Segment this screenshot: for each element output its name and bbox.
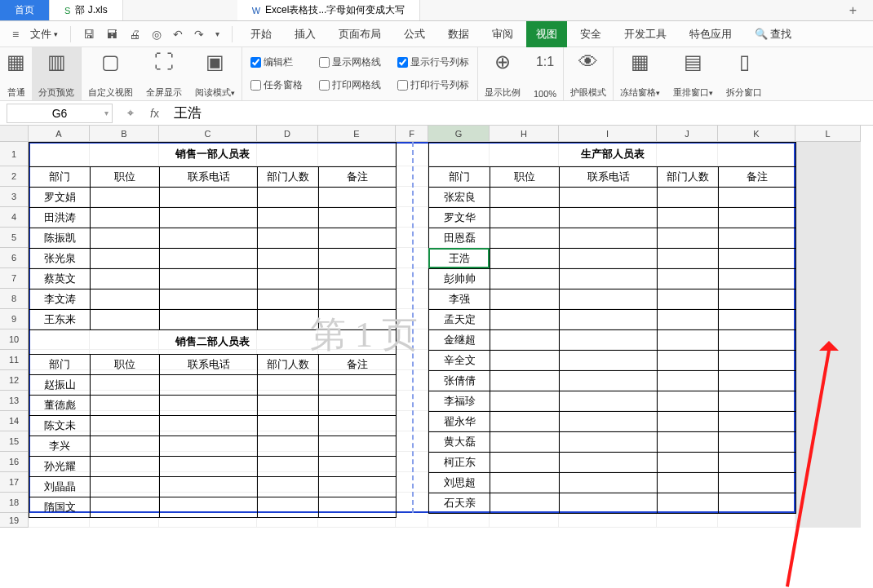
view-full[interactable]: ⛶全屏显示 [140,47,188,100]
spreadsheet: ABCDEFGHIJKL 123456789101112131415161718… [0,126,873,528]
doc-icon: W [252,6,260,15]
col-header-H[interactable]: H [490,126,559,142]
col-header-L[interactable]: L [795,126,861,142]
chk-grid[interactable]: 显示网格线 [319,55,381,69]
menu-secure[interactable]: 安全 [570,21,611,47]
tab-home[interactable]: 首页 [0,0,50,20]
ratio-icon: 1:1 [536,51,554,73]
name-box-value: G6 [52,107,68,120]
grid[interactable]: 销售一部人员表部门职位联系电话部门人数备注罗文娟田洪涛陈振凯张光泉蔡英文李文涛王… [29,142,861,528]
chk-task[interactable]: 任务窗格 [250,78,303,92]
view-eye[interactable]: 👁护眼模式 [564,47,613,100]
menu-view[interactable]: 视图 [526,21,567,47]
row-header-3[interactable]: 3 [0,187,29,207]
row-header-9[interactable]: 9 [0,309,29,329]
view-rearrange[interactable]: ▤重排窗口▾ [667,47,720,100]
ribbon-checks-2: 显示网格线 打印网格线 [311,47,389,100]
menu-start[interactable]: 开始 [241,21,281,47]
tab-add[interactable]: + [833,0,873,20]
col-header-E[interactable]: E [318,126,396,142]
row-header-2[interactable]: 2 [0,166,29,187]
menu-formula[interactable]: 公式 [394,21,435,47]
name-box[interactable]: G6 ▾ [7,104,113,123]
menu-layout[interactable]: 页面布局 [329,21,391,47]
col-header-A[interactable]: A [29,126,90,142]
row-header-15[interactable]: 15 [0,431,29,452]
col-header-K[interactable]: K [718,126,795,142]
row-header-12[interactable]: 12 [0,370,29,391]
menu-file[interactable]: 文件▾ [26,27,62,42]
chk-prowcol[interactable]: 打印行号列标 [397,78,469,92]
pagebreak-icon: ▥ [47,51,66,73]
hamburger-icon[interactable]: ≡ [8,28,23,41]
tab-file-1[interactable]: S 部 J.xls [50,0,123,20]
col-header-G[interactable]: G [428,126,490,142]
menu-data[interactable]: 数据 [438,21,479,47]
column-headers: ABCDEFGHIJKL [29,126,861,142]
menu-review[interactable]: 审阅 [482,21,523,47]
print-preview-icon[interactable]: ◎ [148,28,166,41]
grid-icon: ▦ [7,51,25,73]
chk-formula[interactable]: 编辑栏 [250,55,303,69]
col-header-B[interactable]: B [90,126,159,142]
save-as-icon[interactable]: 🖬 [102,28,122,41]
col-header-D[interactable]: D [257,126,318,142]
fullscreen-icon: ⛶ [154,51,174,73]
ribbon-checks-1: 编辑栏 任务窗格 [242,47,311,100]
select-all-corner[interactable] [0,126,29,142]
chevron-down-icon: ▾ [104,108,109,117]
row-header-8[interactable]: 8 [0,289,29,309]
eye-icon: 👁 [578,51,598,73]
save-icon[interactable]: 🖫 [79,28,99,41]
custom-view-icon: ▢ [101,51,120,73]
col-header-C[interactable]: C [159,126,257,142]
chk-print[interactable]: 打印网格线 [319,78,381,92]
view-normal[interactable]: ▦普通 [0,47,32,100]
read-icon: ▣ [206,51,224,73]
col-header-F[interactable]: F [396,126,428,142]
view-zoom[interactable]: ⊕显示比例 [478,47,527,100]
row-header-19[interactable]: 19 [0,513,29,528]
view-pagebreak[interactable]: ▥分页预览 [32,47,81,100]
menu-dev[interactable]: 开发工具 [614,21,676,47]
row-header-11[interactable]: 11 [0,350,29,370]
col-header-I[interactable]: I [559,126,657,142]
row-header-6[interactable]: 6 [0,248,29,268]
undo-icon[interactable]: ↶ [169,28,187,41]
chk-rowcol[interactable]: 显示行号列标 [397,55,469,69]
row-header-14[interactable]: 14 [0,411,29,431]
view-100[interactable]: 1:1100% [527,47,563,100]
row-header-5[interactable]: 5 [0,228,29,248]
col-header-J[interactable]: J [657,126,718,142]
xls-icon: S [64,6,70,15]
view-custom[interactable]: ▢自定义视图 [82,47,140,100]
view-split[interactable]: ▯拆分窗口 [720,47,769,100]
row-header-13[interactable]: 13 [0,391,29,411]
redo-icon[interactable]: ↷ [190,28,208,41]
split-icon: ▯ [739,51,750,73]
dropdown-icon[interactable]: ▾ [211,29,224,38]
view-ribbon: ▦普通 ▥分页预览 ▢自定义视图 ⛶全屏显示 ▣阅读模式▾ 编辑栏 任务窗格 显… [0,47,873,101]
menu-special[interactable]: 特色应用 [680,21,742,47]
row-headers: 12345678910111213141516171819 [0,142,29,528]
zoom-icon: ⊕ [494,51,511,73]
print-icon[interactable]: 🖨 [125,28,144,41]
row-header-1[interactable]: 1 [0,142,29,166]
tab-file-2[interactable]: W Excel表格技...字母如何变成大写 [237,0,421,20]
menu-insert[interactable]: 插入 [285,21,326,47]
menu-search[interactable]: 🔍查找 [745,21,801,47]
view-freeze[interactable]: ▦冻结窗格▾ [614,47,667,100]
row-header-4[interactable]: 4 [0,207,29,228]
tab-file-2-label: Excel表格技...字母如何变成大写 [265,3,405,17]
view-read[interactable]: ▣阅读模式▾ [188,47,242,100]
row-header-7[interactable]: 7 [0,268,29,289]
main-menu: ≡ 文件▾ 🖫 🖬 🖨 ◎ ↶ ↷ ▾ 开始 插入 页面布局 公式 数据 审阅 … [0,21,873,47]
formula-input[interactable]: 王浩 [167,101,873,125]
row-header-10[interactable]: 10 [0,329,29,350]
row-header-16[interactable]: 16 [0,452,29,472]
row-header-18[interactable]: 18 [0,493,29,513]
annotation-arrowhead [819,331,839,351]
fx-icon[interactable]: fx [142,107,167,120]
lookup-icon[interactable]: ⌖ [119,106,142,120]
row-header-17[interactable]: 17 [0,472,29,493]
